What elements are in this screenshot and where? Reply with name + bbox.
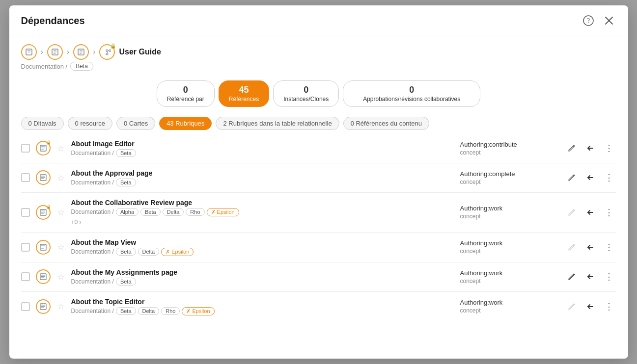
breadcrumb-icon-3[interactable] <box>73 44 89 60</box>
item-actions-4: ⋮ <box>564 240 616 255</box>
tab-references[interactable]: 45 Références <box>219 80 269 107</box>
item-name-6: About the Topic Editor <box>71 298 454 306</box>
item-path-6: Documentation / <box>71 308 114 314</box>
tab-instances[interactable]: 0 Instances/Clones <box>273 80 339 107</box>
checkbox-1[interactable] <box>21 144 30 153</box>
star-btn-6[interactable]: ☆ <box>56 301 65 312</box>
svg-point-16 <box>109 50 111 52</box>
edit-btn-1[interactable] <box>564 142 579 155</box>
breadcrumb-icon-4[interactable] <box>99 44 115 60</box>
item-meta-3: Documentation / Alpha Beta Delta Rho ✗ E… <box>71 208 454 216</box>
close-button[interactable] <box>602 13 616 28</box>
breadcrumb-icon-1[interactable] <box>21 44 37 60</box>
breadcrumb: › › › User Guide <box>21 44 616 60</box>
tab-references-label: Références <box>229 96 259 103</box>
filter-cartes[interactable]: 0 Cartes <box>116 117 155 130</box>
checkbox-4[interactable] <box>21 243 30 252</box>
item-tag-beta-3: Beta <box>140 208 161 216</box>
arrow-btn-4[interactable] <box>583 241 598 254</box>
edit-btn-2[interactable] <box>564 171 579 184</box>
breadcrumb-icon-2[interactable] <box>47 44 63 60</box>
more-btn-1[interactable]: ⋮ <box>602 141 616 156</box>
star-btn-3[interactable]: ☆ <box>56 207 65 218</box>
item-tag-alpha: Alpha <box>116 208 138 216</box>
arrow-btn-2[interactable] <box>583 171 598 184</box>
authoring-type-1: concept <box>460 149 558 156</box>
item-name-4: About the Map View <box>71 238 454 246</box>
more-btn-4[interactable]: ⋮ <box>602 240 616 255</box>
modal-header-actions: ? <box>581 13 616 28</box>
item-meta-5: Documentation / Beta <box>71 278 454 286</box>
arrow-btn-6[interactable] <box>583 300 598 313</box>
item-path-1: Documentation / <box>71 150 114 156</box>
edit-btn-5[interactable] <box>564 270 579 283</box>
svg-line-24 <box>573 146 574 147</box>
filter-section: 0 Ditavals 0 resource 0 Cartes 43 Rubriq… <box>9 113 628 134</box>
filter-table[interactable]: 2 Rubriques dans la table relationnelle <box>216 117 339 130</box>
checkbox-5[interactable] <box>21 272 30 281</box>
edit-btn-4 <box>564 241 579 254</box>
more-btn-6[interactable]: ⋮ <box>602 299 616 314</box>
item-name-1: About Image Editor <box>71 140 454 148</box>
star-btn-2[interactable]: ☆ <box>56 172 65 183</box>
item-meta-4: Documentation / Beta Delta ✗ Epsilon <box>71 248 454 256</box>
authoring-label-3: Authoring:work <box>460 205 558 212</box>
star-btn-1[interactable]: ☆ <box>56 143 65 154</box>
svg-point-17 <box>106 53 108 55</box>
authoring-type-4: concept <box>460 248 558 255</box>
item-tag-beta-5: Beta <box>116 278 136 286</box>
item-info-1: About Image Editor Documentation / Beta <box>71 140 454 157</box>
list-item: ☆ About Image Editor Documentation / Bet… <box>21 134 616 163</box>
item-icon-4 <box>36 240 51 255</box>
svg-line-54 <box>573 304 574 305</box>
arrow-btn-5[interactable] <box>583 270 598 283</box>
authoring-label-5: Authoring:work <box>460 269 558 277</box>
item-authoring-2: Authoring:complete concept <box>460 170 558 185</box>
edit-btn-6 <box>564 300 579 313</box>
authoring-label-6: Authoring:work <box>460 299 558 306</box>
item-icon-3 <box>36 205 51 220</box>
help-button[interactable]: ? <box>581 13 596 28</box>
tab-referenced-by[interactable]: 0 Référencé par <box>157 80 215 107</box>
tab-approvals[interactable]: 0 Approbations/révisions collaboratives <box>343 80 480 107</box>
arrow-btn-3[interactable] <box>583 206 598 219</box>
filter-resource[interactable]: 0 resource <box>68 117 112 130</box>
tab-references-number: 45 <box>229 85 259 96</box>
authoring-type-5: concept <box>460 278 558 285</box>
authoring-type-3: concept <box>460 213 558 220</box>
item-icon-1 <box>36 141 51 156</box>
dependencies-modal: Dépendances ? <box>9 5 628 359</box>
more-btn-5[interactable]: ⋮ <box>602 269 616 284</box>
filter-rubriques[interactable]: 43 Rubriques <box>159 117 212 130</box>
filter-content-refs[interactable]: 0 Références du contenu <box>343 117 429 130</box>
item-path-2: Documentation / <box>71 179 114 186</box>
star-btn-4[interactable]: ☆ <box>56 241 65 253</box>
checkbox-2[interactable] <box>21 173 30 182</box>
svg-point-15 <box>106 50 108 52</box>
authoring-type-2: concept <box>460 179 558 185</box>
item-tag-rho-6: Rho <box>161 307 180 315</box>
star-btn-5[interactable]: ☆ <box>56 271 65 283</box>
checkbox-3[interactable] <box>21 208 30 217</box>
modal-overlay: Dépendances ? <box>0 0 637 364</box>
filter-ditavals[interactable]: 0 Ditavals <box>21 117 64 130</box>
authoring-type-6: concept <box>460 307 558 314</box>
modal-title: Dépendances <box>21 15 85 26</box>
breadcrumb-sub: Documentation / Beta <box>21 62 616 71</box>
list-item: ☆ About the My Assignments page Document… <box>21 262 616 292</box>
arrow-btn-1[interactable] <box>583 142 598 155</box>
checkbox-6[interactable] <box>21 302 30 311</box>
item-icon-5 <box>36 269 51 284</box>
item-more-3[interactable]: +0 › <box>71 219 82 226</box>
item-tag-epsilon-4: ✗ Epsilon <box>161 248 194 256</box>
more-btn-2[interactable]: ⋮ <box>602 170 616 185</box>
item-actions-3: ⋮ <box>564 205 616 220</box>
modal-header: Dépendances ? <box>9 5 628 36</box>
svg-text:?: ? <box>586 17 589 25</box>
tab-approvals-label: Approbations/révisions collaboratives <box>353 96 470 103</box>
svg-line-48 <box>573 275 574 276</box>
list-section: ☆ About Image Editor Documentation / Bet… <box>9 134 628 359</box>
breadcrumb-sep-1: › <box>41 48 43 56</box>
item-icon-6 <box>36 299 51 314</box>
more-btn-3[interactable]: ⋮ <box>602 205 616 220</box>
